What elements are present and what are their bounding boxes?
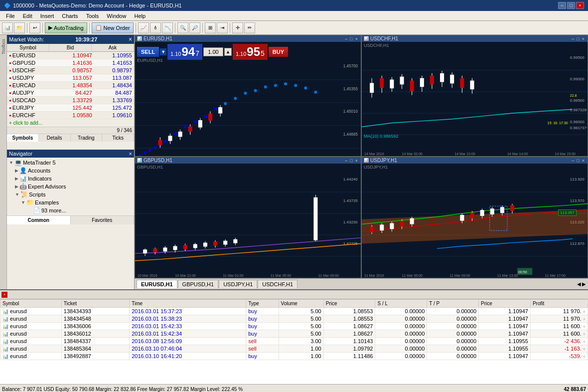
nav-tab-favorites[interactable]: Favorites (71, 216, 135, 224)
mw-row[interactable]: ● EURUSD 1.10947 1.10955 (7, 52, 134, 59)
usdjpy-close[interactable]: × (581, 158, 586, 163)
chart-line-button[interactable]: 📉 (162, 22, 173, 33)
close-button[interactable]: × (576, 2, 584, 9)
gbpusd-minimize[interactable]: – (344, 158, 348, 163)
sell-button[interactable]: SELL (137, 47, 159, 57)
draw-button[interactable]: ✏ (244, 22, 255, 33)
mw-row[interactable]: ● USDCAD 1.33729 1.33769 (7, 97, 134, 104)
nav-tree-item[interactable]: ▼ 📁 Examples (8, 198, 133, 206)
scroll-button[interactable]: ⇥ (217, 22, 228, 33)
window-controls[interactable]: – □ × (558, 2, 584, 9)
navigator-close-button[interactable]: × (129, 151, 132, 157)
chart-tab-next[interactable]: ▶ (582, 281, 586, 287)
mw-row[interactable]: ● EURJPY 125.442 125.472 (7, 104, 134, 112)
menu-tools[interactable]: Tools (82, 12, 103, 20)
chart-tab-usdjpy[interactable]: USDJPY,H1 (219, 280, 257, 288)
orders-container[interactable]: Symbol Ticket Time Type Volume Price S /… (0, 299, 588, 384)
usdchf-close[interactable]: × (581, 36, 586, 41)
menu-help[interactable]: Help (130, 12, 149, 20)
maximize-button[interactable]: □ (567, 2, 575, 9)
order-close-button[interactable]: × (583, 317, 586, 322)
market-watch-close-button[interactable]: × (129, 36, 132, 43)
zoom-out-button[interactable]: 🔎 (189, 22, 200, 33)
chart-usdchf-body[interactable]: USDCHF,H1 MA(10) 0.986592 0.99500 0.9900… (362, 42, 588, 156)
chart-usdjpy-controls[interactable]: – □ × (571, 158, 586, 163)
menu-insert[interactable]: Insert (36, 12, 58, 20)
chart-usdchf-controls[interactable]: – □ × (571, 36, 586, 41)
chart-tab-arrows[interactable]: ◀ ▶ (577, 281, 586, 287)
nav-tree-item[interactable]: 📄 93 more... (8, 206, 133, 214)
order-close-button[interactable]: × (583, 324, 586, 329)
chart-tab-eurusd[interactable]: EURUSD,H1 (137, 280, 177, 288)
table-row[interactable]: 📊 eurusd 138434393 2016.03.01 15:37:23 b… (0, 308, 588, 315)
order-close-button[interactable]: × (583, 347, 586, 352)
mw-row[interactable]: ● EURCAD 1.48354 1.48434 (7, 82, 134, 89)
table-row[interactable]: 📊 eurusd 138436006 2016.03.01 15:42:33 b… (0, 323, 588, 330)
chart-eurusd-body[interactable]: SELL ▼ 1.10 94 7 ▲ 1.10 95 5 (135, 42, 361, 156)
orders-close-button[interactable]: × (1, 292, 7, 298)
new-order-button[interactable]: 📋 New Order (92, 22, 134, 33)
nav-tree-item[interactable]: ▼ 📜 Scripts (8, 191, 133, 198)
table-row[interactable]: 📊 eurusd 138492887 2016.03.10 16:41:20 b… (0, 353, 588, 360)
nav-tree-item[interactable]: ▶ 👤 Accounts (8, 167, 133, 175)
chart-usdjpy-body[interactable]: USDJPY,H1 113.920 113.570 113.220 112.87… (362, 164, 588, 278)
mw-tab-trading[interactable]: Trading (71, 134, 103, 142)
mw-row[interactable]: ● AUDJPY 84.427 84.487 (7, 89, 134, 97)
mw-row[interactable]: ● GBPUSD 1.41636 1.41653 (7, 59, 134, 67)
zoom-in-button[interactable]: 🔍 (177, 22, 188, 33)
buy-button[interactable]: BUY (269, 47, 288, 57)
chart-tab-usdchf[interactable]: USDCHF,H1 (258, 280, 297, 288)
table-row[interactable]: 📊 eurusd 138484337 2016.03.08 12:56:09 s… (0, 338, 588, 345)
mw-row[interactable]: ● EURCHF 1.09580 1.09610 (7, 112, 134, 119)
chart-eurusd-controls[interactable]: – □ × (344, 36, 359, 41)
chart-close-button[interactable]: × (354, 36, 359, 41)
menu-edit[interactable]: Edit (19, 12, 36, 20)
usdchf-restore[interactable]: □ (576, 36, 580, 41)
chart-restore-button[interactable]: □ (349, 36, 353, 41)
chart-tab-prev[interactable]: ◀ (577, 281, 581, 287)
menu-charts[interactable]: Charts (58, 12, 82, 20)
autotrading-button[interactable]: ▶ AutoTrading (45, 22, 87, 33)
chart-candle-button[interactable]: 🕯 (150, 22, 161, 33)
grid-button[interactable]: ⊞ (205, 22, 216, 33)
mw-row[interactable]: ● USDJPY 113.057 113.087 (7, 74, 134, 82)
gbpusd-close[interactable]: × (354, 158, 359, 163)
add-symbol-row[interactable]: + click to add... (7, 119, 134, 127)
minimize-button[interactable]: – (558, 2, 566, 9)
usdjpy-minimize[interactable]: – (571, 158, 575, 163)
chart-gbpusd-body[interactable]: GBPUSD,H1 1.44240 1.43735 1.43230 1.4272… (135, 164, 361, 278)
order-close-button[interactable]: × (583, 309, 586, 314)
nav-tree-item[interactable]: ▼ 💻 MetaTrader 5 (8, 159, 133, 167)
table-row[interactable]: 📊 eurusd 138485364 2016.03.10 07:46:04 s… (0, 345, 588, 353)
mw-tab-details[interactable]: Details (39, 134, 71, 142)
chart-tab-gbpusd[interactable]: GBPUSD,H1 (178, 280, 219, 288)
nav-tab-common[interactable]: Common (7, 216, 71, 224)
order-close-button[interactable]: × (583, 332, 586, 337)
open-button[interactable]: 📁 (14, 22, 25, 33)
usdchf-minimize[interactable]: – (571, 36, 575, 41)
chart-gbpusd-controls[interactable]: – □ × (344, 158, 359, 163)
table-row[interactable]: 📊 eurusd 138436012 2016.03.01 15:42:34 b… (0, 330, 588, 338)
order-close-button[interactable]: × (583, 354, 586, 359)
table-row[interactable]: 📊 eurusd 138434548 2016.03.01 15:38:23 b… (0, 315, 588, 323)
chart-bar-button[interactable]: 📈 (138, 22, 149, 33)
lot-size-input[interactable] (203, 47, 223, 56)
gbpusd-restore[interactable]: □ (349, 158, 353, 163)
mw-tab-symbols[interactable]: Symbols (7, 134, 39, 142)
nav-tree-item[interactable]: ▶ 🤖 Expert Advisors (8, 183, 133, 191)
new-chart-button[interactable]: 📊 (2, 22, 13, 33)
order-close-button[interactable]: × (583, 339, 586, 344)
nav-tree-item[interactable]: ▶ 📊 Indicators (8, 175, 133, 183)
chart-minimize-button[interactable]: – (344, 36, 348, 41)
menu-window[interactable]: Window (103, 12, 130, 20)
mw-row[interactable]: ● USDCHF 0.98757 0.98797 (7, 67, 134, 74)
lot-up-button[interactable]: ▲ (224, 48, 232, 56)
sell-dropdown[interactable]: ▼ (160, 48, 166, 55)
mw-tab-ticks[interactable]: Ticks (102, 134, 134, 142)
usdjpy-restore[interactable]: □ (576, 158, 580, 163)
toolbox-label[interactable]: Toolbox (1, 37, 6, 56)
menu-file[interactable]: File (2, 12, 19, 20)
crosshair-button[interactable]: ✛ (232, 22, 243, 33)
toolbox-strip[interactable]: Toolbox (0, 35, 7, 289)
undo-button[interactable]: ↩ (29, 22, 40, 33)
